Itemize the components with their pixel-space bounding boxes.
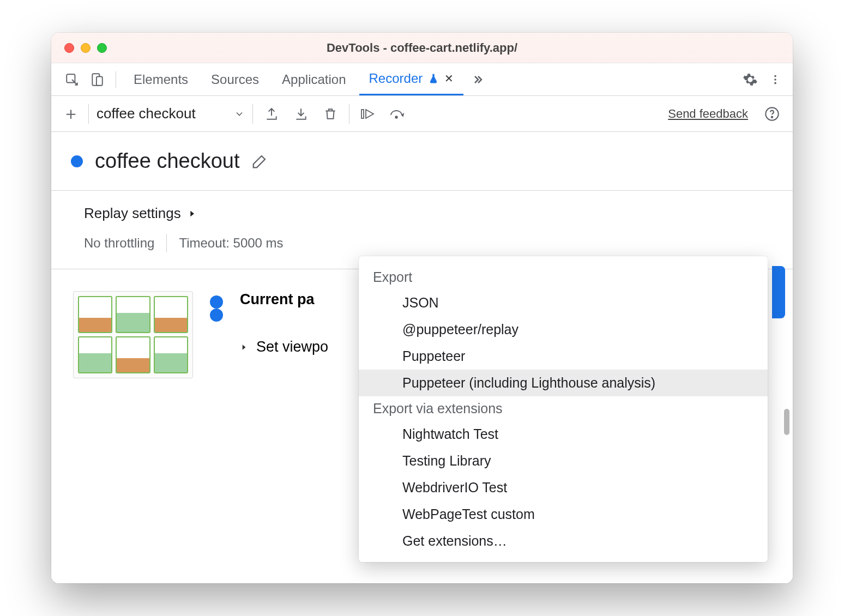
- devtools-window: DevTools - coffee-cart.netlify.app/ Elem…: [51, 33, 793, 583]
- tab-label: Elements: [134, 72, 188, 87]
- menu-item-webdriverio[interactable]: WebdriverIO Test: [359, 474, 768, 501]
- timeline-dot: [210, 309, 223, 322]
- chevron-right-icon: [188, 209, 196, 218]
- svg-point-5: [774, 82, 776, 84]
- export-menu: Export JSON @puppeteer/replay Puppeteer …: [359, 256, 768, 562]
- separator: [349, 104, 349, 124]
- tab-recorder[interactable]: Recorder ✕: [359, 63, 464, 95]
- recording-title: coffee checkout: [95, 149, 239, 173]
- step-label: Set viewpo: [256, 339, 328, 355]
- replay-meta: No throttling Timeout: 5000 ms: [84, 234, 760, 252]
- recording-status-dot: [71, 155, 83, 167]
- step-over-icon[interactable]: [387, 103, 408, 125]
- menu-item-json[interactable]: JSON: [359, 289, 768, 316]
- timeline: [207, 291, 226, 322]
- throttling-value: No throttling: [84, 235, 154, 251]
- timeout-value: Timeout: 5000 ms: [179, 235, 283, 251]
- device-toolbar-icon[interactable]: [86, 69, 108, 90]
- tab-sources[interactable]: Sources: [201, 63, 269, 95]
- svg-rect-6: [361, 110, 364, 118]
- svg-point-4: [774, 78, 776, 81]
- menu-section-extensions: Export via extensions: [359, 396, 768, 421]
- step-label: Current pa: [240, 291, 315, 308]
- svg-point-7: [395, 116, 397, 118]
- export-icon[interactable]: [261, 103, 282, 125]
- recording-selector[interactable]: coffee checkout: [97, 105, 245, 122]
- separator: [166, 234, 167, 252]
- step-current-page[interactable]: Current pa: [240, 291, 328, 308]
- recorder-toolbar: ＋ coffee checkout Send feedback: [51, 96, 793, 132]
- svg-point-3: [774, 75, 776, 77]
- menu-item-testing-library[interactable]: Testing Library: [359, 448, 768, 474]
- titlebar: DevTools - coffee-cart.netlify.app/: [51, 33, 793, 63]
- kebab-menu-icon[interactable]: [764, 69, 786, 90]
- recorder-content: coffee checkout Replay settings No throt…: [51, 132, 793, 583]
- more-tabs-icon[interactable]: [467, 69, 489, 90]
- tab-label: Application: [282, 72, 346, 87]
- svg-rect-2: [97, 76, 103, 85]
- window-title: DevTools - coffee-cart.netlify.app/: [51, 41, 793, 55]
- close-tab-icon[interactable]: ✕: [444, 72, 454, 85]
- scrollbar-thumb[interactable]: [784, 409, 789, 435]
- tab-label: Sources: [211, 72, 259, 87]
- flask-icon: [428, 73, 439, 84]
- help-icon[interactable]: [761, 103, 783, 125]
- page-thumbnail: [73, 291, 193, 378]
- tab-label: Recorder: [369, 71, 423, 86]
- menu-section-export: Export: [359, 265, 768, 289]
- separator: [88, 104, 89, 124]
- recording-header: coffee checkout: [51, 132, 793, 191]
- menu-item-nightwatch[interactable]: Nightwatch Test: [359, 421, 768, 448]
- separator: [116, 71, 116, 88]
- tab-application[interactable]: Application: [272, 63, 355, 95]
- menu-item-webpagetest[interactable]: WebPageTest custom: [359, 501, 768, 528]
- separator: [252, 104, 253, 124]
- delete-icon[interactable]: [319, 103, 341, 125]
- timeline-dot: [210, 295, 223, 309]
- menu-item-puppeteer-lighthouse[interactable]: Puppeteer (including Lighthouse analysis…: [359, 370, 768, 396]
- replay-button-peek[interactable]: [772, 266, 785, 318]
- tab-elements[interactable]: Elements: [124, 63, 198, 95]
- import-icon[interactable]: [290, 103, 312, 125]
- recording-name: coffee checkout: [97, 105, 196, 122]
- new-recording-button[interactable]: ＋: [61, 102, 81, 126]
- settings-gear-icon[interactable]: [739, 69, 761, 90]
- expand-icon: [240, 343, 248, 351]
- menu-item-get-extensions[interactable]: Get extensions…: [359, 528, 768, 554]
- replay-settings-toggle[interactable]: Replay settings: [84, 205, 760, 222]
- edit-title-icon[interactable]: [251, 153, 268, 170]
- menu-item-puppeteer[interactable]: Puppeteer: [359, 343, 768, 370]
- devtools-tabs: Elements Sources Application Recorder ✕: [51, 63, 793, 96]
- menu-item-puppeteer-replay[interactable]: @puppeteer/replay: [359, 316, 768, 343]
- chevron-down-icon: [234, 108, 245, 119]
- step-set-viewport[interactable]: Set viewpo: [240, 339, 328, 355]
- send-feedback-link[interactable]: Send feedback: [668, 107, 748, 121]
- svg-point-9: [771, 116, 773, 117]
- replay-icon[interactable]: [357, 103, 379, 125]
- step-list: Current pa Set viewpo: [240, 291, 328, 355]
- replay-settings-label: Replay settings: [84, 205, 181, 222]
- inspect-element-icon[interactable]: [61, 69, 83, 90]
